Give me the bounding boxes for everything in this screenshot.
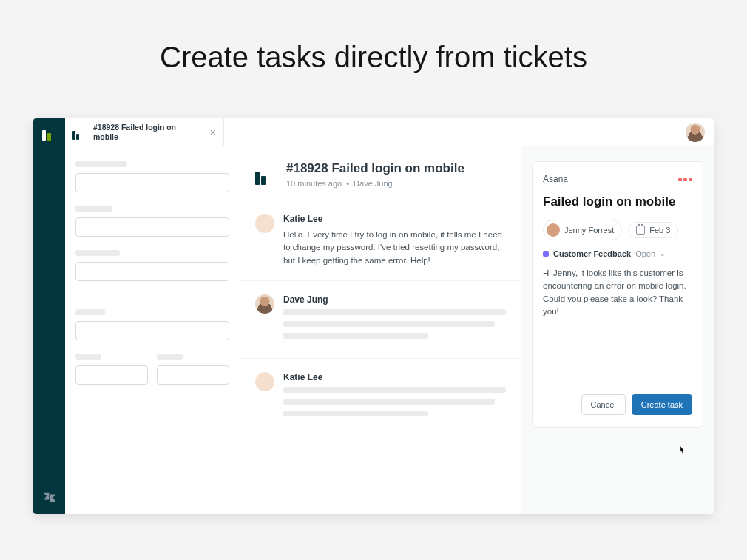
chevron-down-icon: ⌄ — [660, 250, 666, 257]
profile-avatar[interactable] — [686, 123, 705, 142]
message-author: Dave Jung — [283, 294, 506, 305]
project-picker[interactable]: Customer Feedback Open ⌄ — [543, 249, 692, 258]
ticket-title: #18928 Failed login on mobile — [286, 161, 464, 176]
message-author: Katie Lee — [283, 214, 506, 224]
conversation-panel: #18928 Failed login on mobile 10 minutes… — [240, 146, 521, 514]
property-input[interactable] — [75, 262, 229, 281]
cursor-pointer-icon — [675, 444, 689, 457]
cancel-button[interactable]: Cancel — [581, 394, 626, 415]
product-logo-icon — [42, 126, 57, 141]
property-input[interactable] — [157, 365, 229, 385]
ticket-meta: 10 minutes ago•Dave Jung — [286, 179, 464, 188]
ticket-tab[interactable]: #18928 Failed login on mobile × — [65, 118, 224, 146]
avatar — [255, 372, 274, 391]
task-title-input[interactable]: Failed login on mobile — [543, 195, 692, 209]
message-author: Katie Lee — [283, 372, 506, 382]
property-input[interactable] — [75, 321, 229, 340]
property-input[interactable] — [75, 217, 229, 237]
tab-title: #18928 Failed login on mobile — [93, 123, 182, 141]
message: Katie Lee Hello. Every time I try to log… — [240, 200, 521, 281]
avatar — [255, 214, 274, 233]
due-date-picker[interactable]: Feb 3 — [628, 222, 678, 238]
ticket-header: #18928 Failed login on mobile 10 minutes… — [240, 146, 521, 200]
task-description-input[interactable]: Hi Jenny, it looks like this customer is… — [543, 267, 692, 385]
calendar-icon — [636, 226, 645, 235]
message: Katie Lee — [240, 359, 521, 436]
apps-panel: Asana Failed login on mobile Jenny Forre… — [521, 146, 714, 514]
avatar — [547, 223, 560, 237]
asana-app-name: Asana — [543, 174, 568, 184]
topbar: #18928 Failed login on mobile × — [65, 118, 714, 146]
avatar — [255, 294, 274, 314]
create-task-button[interactable]: Create task — [632, 394, 692, 415]
property-input[interactable] — [75, 173, 229, 192]
project-color-icon — [543, 251, 549, 257]
page-heading: Create tasks directly from tickets — [0, 0, 747, 111]
message-text: Hello. Every time I try to log in on mob… — [283, 229, 506, 267]
asana-logo-icon — [678, 178, 692, 181]
assignee-picker[interactable]: Jenny Forrest — [543, 220, 622, 240]
asana-panel: Asana Failed login on mobile Jenny Forre… — [532, 161, 703, 428]
message: Dave Jung — [240, 281, 521, 359]
ticket-properties-panel — [65, 146, 240, 514]
zendesk-logo-icon — [43, 490, 56, 507]
ticket-icon — [72, 125, 87, 140]
app-window: #18928 Failed login on mobile × — [33, 118, 714, 514]
property-input[interactable] — [75, 365, 148, 385]
close-icon[interactable]: × — [210, 126, 216, 138]
nav-rail — [33, 118, 65, 514]
ticket-icon — [255, 164, 276, 185]
